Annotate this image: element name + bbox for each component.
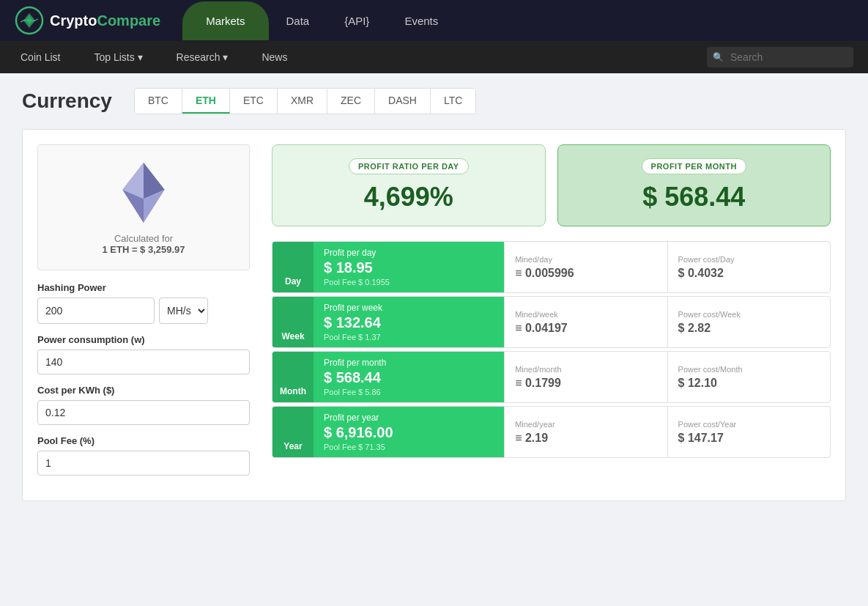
cost-kwh-input[interactable] xyxy=(37,400,250,425)
profit-day-value: $ 18.95 xyxy=(324,259,494,276)
power-month-label: Power cost/Month xyxy=(678,365,820,374)
table-row: Week Profit per week $ 132.64 Pool Fee $… xyxy=(272,296,831,348)
search-input[interactable] xyxy=(707,47,853,67)
mined-week-cell: Mined/week ≡ 0.04197 xyxy=(504,297,667,347)
profit-day-label: Profit per day xyxy=(324,248,494,258)
calculator-area: Calculated for 1 ETH = $ 3,259.97 Hashin… xyxy=(22,129,846,501)
mined-week-value: ≡ 0.04197 xyxy=(515,322,656,335)
table-row: Day Profit per day $ 18.95 Pool Fee $ 0.… xyxy=(272,241,831,293)
profit-month-label: Profit per month xyxy=(324,358,494,368)
right-panel: PROFIT RATIO PER DAY 4,699% PROFIT PER M… xyxy=(272,144,831,486)
power-year-value: $ 147.17 xyxy=(678,432,820,445)
profit-month-fee: Pool Fee $ 5.86 xyxy=(324,388,494,396)
profit-month-cell: Profit per month $ 568.44 Pool Fee $ 5.8… xyxy=(314,352,504,402)
power-consumption-input[interactable] xyxy=(37,350,250,374)
currency-header: Currency BTC ETH ETC XMR ZEC DASH LTC xyxy=(22,88,846,114)
nav-coin-list[interactable]: Coin List xyxy=(15,43,66,72)
mined-year-cell: Mined/year ≡ 2.19 xyxy=(504,407,667,457)
profit-table: Day Profit per day $ 18.95 Pool Fee $ 0.… xyxy=(272,241,831,458)
tab-xmr[interactable]: XMR xyxy=(278,89,327,114)
profit-month-value: $ 568.44 xyxy=(324,369,494,386)
power-consumption-label: Power consumption (w) xyxy=(37,334,250,345)
cost-kwh-group: Cost per KWh ($) xyxy=(37,385,250,425)
top-nav-links: Markets Data {API} Events xyxy=(182,1,853,40)
logo-crypto-text: Crypto xyxy=(50,12,97,29)
hashing-power-unit-select[interactable]: MH/s GH/s TH/s xyxy=(159,298,208,324)
nav-news[interactable]: News xyxy=(256,43,293,72)
power-day-label: Power cost/Day xyxy=(678,255,820,264)
logo-compare-text: Compare xyxy=(97,12,160,29)
power-consumption-group: Power consumption (w) xyxy=(37,334,250,374)
page-title: Currency xyxy=(22,89,112,113)
nav-events[interactable]: Events xyxy=(387,1,456,40)
search-wrapper xyxy=(707,47,853,67)
mined-year-value: ≡ 2.19 xyxy=(515,432,656,445)
tab-btc[interactable]: BTC xyxy=(135,89,182,114)
profit-week-label: Profit per week xyxy=(324,303,494,313)
main-content: Currency BTC ETH ETC XMR ZEC DASH LTC C xyxy=(0,73,868,516)
mined-month-cell: Mined/month ≡ 0.1799 xyxy=(504,352,667,402)
period-month: Month xyxy=(272,352,314,402)
currency-tabs: BTC ETH ETC XMR ZEC DASH LTC xyxy=(134,88,476,114)
tab-ltc[interactable]: LTC xyxy=(431,89,475,114)
period-year: Year xyxy=(272,407,314,457)
eth-diamond-icon xyxy=(111,160,177,226)
tab-dash[interactable]: DASH xyxy=(375,89,431,114)
power-month-cell: Power cost/Month $ 12.10 xyxy=(667,352,830,402)
period-week: Week xyxy=(272,297,314,347)
pool-fee-input[interactable] xyxy=(37,451,250,476)
mined-day-label: Mined/day xyxy=(515,255,656,264)
left-panel: Calculated for 1 ETH = $ 3,259.97 Hashin… xyxy=(37,144,250,486)
profit-value: $ 568.44 xyxy=(573,182,816,213)
power-year-label: Power cost/Year xyxy=(678,420,820,429)
ratio-card: PROFIT RATIO PER DAY 4,699% xyxy=(272,144,546,226)
pool-fee-label: Pool Fee (%) xyxy=(37,435,250,446)
ratio-badge: PROFIT RATIO PER DAY xyxy=(349,158,469,174)
logo[interactable]: CryptoCompare xyxy=(15,6,160,35)
tab-etc[interactable]: ETC xyxy=(230,89,278,114)
mined-day-value: ≡ 0.005996 xyxy=(515,267,656,280)
power-year-cell: Power cost/Year $ 147.17 xyxy=(667,407,830,457)
power-week-label: Power cost/Week xyxy=(678,310,820,319)
power-week-value: $ 2.82 xyxy=(678,322,820,335)
secondary-nav: Coin List Top Lists ▾ Research ▾ News xyxy=(0,41,868,73)
top-nav: CryptoCompare Markets Data {API} Events xyxy=(0,0,868,41)
profit-year-fee: Pool Fee $ 71.35 xyxy=(324,443,494,451)
profit-week-value: $ 132.64 xyxy=(324,314,494,331)
ratio-card-label: PROFIT RATIO PER DAY xyxy=(287,158,530,174)
mined-day-cell: Mined/day ≡ 0.005996 xyxy=(504,242,667,292)
tab-eth[interactable]: ETH xyxy=(182,89,230,114)
table-row: Year Profit per year $ 6,916.00 Pool Fee… xyxy=(272,406,831,458)
profit-day-fee: Pool Fee $ 0.1955 xyxy=(324,278,494,287)
mined-month-label: Mined/month xyxy=(515,365,656,374)
nav-top-lists[interactable]: Top Lists ▾ xyxy=(88,43,148,72)
hashing-power-input[interactable] xyxy=(37,298,155,324)
profit-year-value: $ 6,916.00 xyxy=(324,424,494,441)
profit-year-label: Profit per year xyxy=(324,413,494,423)
profit-week-fee: Pool Fee $ 1.37 xyxy=(324,333,494,341)
cost-kwh-label: Cost per KWh ($) xyxy=(37,385,250,396)
table-row: Month Profit per month $ 568.44 Pool Fee… xyxy=(272,351,831,403)
tab-zec[interactable]: ZEC xyxy=(327,89,375,114)
summary-cards: PROFIT RATIO PER DAY 4,699% PROFIT PER M… xyxy=(272,144,831,226)
calc-value: 1 ETH = $ 3,259.97 xyxy=(102,244,185,255)
nav-markets[interactable]: Markets xyxy=(182,1,268,40)
power-day-cell: Power cost/Day $ 0.4032 xyxy=(667,242,830,292)
profit-year-cell: Profit per year $ 6,916.00 Pool Fee $ 71… xyxy=(314,407,504,457)
hashing-power-row: MH/s GH/s TH/s xyxy=(37,298,250,324)
hashing-power-label: Hashing Power xyxy=(37,282,250,293)
mined-month-value: ≡ 0.1799 xyxy=(515,377,656,390)
mined-week-label: Mined/week xyxy=(515,310,656,319)
mined-year-label: Mined/year xyxy=(515,420,656,429)
power-month-value: $ 12.10 xyxy=(678,377,820,390)
hashing-power-group: Hashing Power MH/s GH/s TH/s xyxy=(37,282,250,324)
power-week-cell: Power cost/Week $ 2.82 xyxy=(667,297,830,347)
calc-label: Calculated for xyxy=(114,233,173,244)
nav-api[interactable]: {API} xyxy=(327,1,387,40)
nav-data[interactable]: Data xyxy=(269,1,327,40)
profit-card: PROFIT PER MONTH $ 568.44 xyxy=(557,144,831,226)
period-day: Day xyxy=(272,242,314,292)
eth-logo-box: Calculated for 1 ETH = $ 3,259.97 xyxy=(37,144,250,270)
nav-research[interactable]: Research ▾ xyxy=(171,43,234,72)
power-day-value: $ 0.4032 xyxy=(678,267,820,280)
